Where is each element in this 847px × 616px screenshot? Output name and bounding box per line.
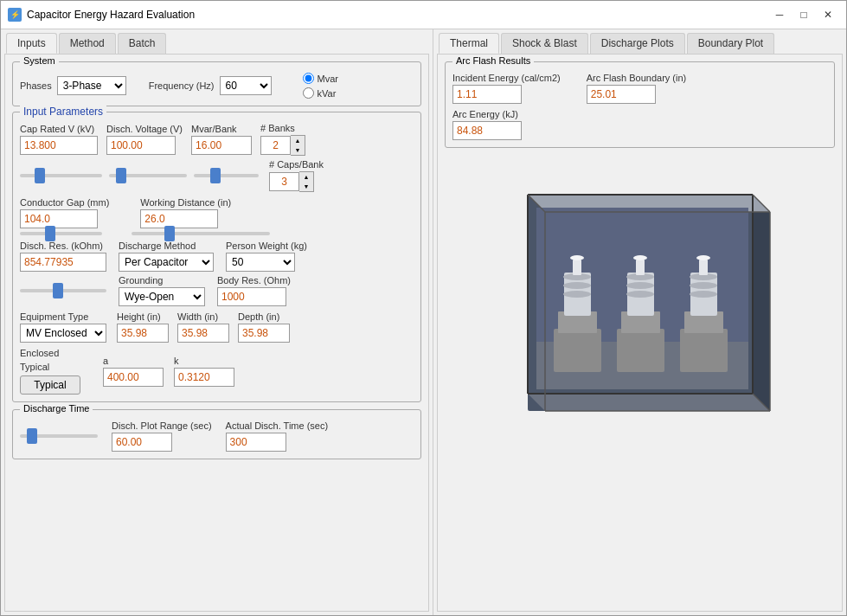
k-val-col: k (174, 356, 234, 387)
depth-input[interactable] (238, 324, 290, 343)
mvar-slider[interactable] (194, 174, 259, 177)
cap-rated-input[interactable] (20, 136, 98, 155)
cap2-base (617, 329, 664, 372)
phases-label: Phases (20, 80, 52, 91)
arc-flash-results-label: Arc Flash Results (452, 55, 534, 66)
depth-label: Depth (in) (238, 311, 290, 322)
right-tab-content: Arc Flash Results Incident Energy (cal/c… (437, 54, 843, 612)
conductor-gap-slider[interactable] (20, 232, 102, 235)
right-tab-bar: Thermal Shock & Blast Discharge Plots Bo… (433, 29, 846, 54)
cap1-base (554, 329, 601, 372)
right-wall (753, 195, 770, 411)
params-row3b: Grounding Wye-Open Wye-Grounded Delta Bo… (20, 275, 414, 306)
height-input[interactable] (117, 324, 169, 343)
content-area: Inputs Method Batch System Phases 3-Phas… (1, 29, 846, 615)
tab-discharge-plots[interactable]: Discharge Plots (590, 33, 685, 54)
disch-res-col: Disch. Res. (kOhm) (20, 241, 106, 272)
mvar-per-bank-input[interactable] (191, 136, 252, 155)
disch-res-input[interactable] (20, 253, 106, 272)
tab-inputs[interactable]: Inputs (6, 33, 57, 54)
a-val-input[interactable] (103, 368, 164, 387)
arc-energy-label: Arc Energy (kJ) (452, 109, 522, 119)
cap1-disc1 (563, 291, 591, 298)
tab-shock-blast[interactable]: Shock & Blast (501, 33, 588, 54)
title-bar-controls: ─ □ ✕ (768, 6, 839, 23)
person-weight-select[interactable]: 50 60 70 (226, 253, 295, 272)
close-button[interactable]: ✕ (817, 6, 839, 23)
frequency-select[interactable]: 60 50 (220, 76, 272, 95)
radio-kvar-input[interactable] (303, 87, 314, 99)
typical-button[interactable]: Typical (20, 375, 80, 395)
num-banks-spin-btns: ▲ ▼ (291, 135, 305, 156)
typical-col: Enclosed Typical Typical (20, 348, 80, 395)
num-banks-up[interactable]: ▲ (291, 136, 305, 145)
disch-plot-range-col: Disch. Plot Range (sec) (112, 420, 212, 452)
num-banks-input[interactable] (260, 136, 291, 155)
maximize-button[interactable]: □ (792, 6, 815, 23)
num-caps-label: # Caps/Bank (269, 159, 324, 170)
left-tab-content: System Phases 3-Phase 1-Phase Freq (4, 54, 429, 612)
disch-voltage-slider[interactable] (109, 174, 187, 177)
unit-radio-group: Mvar kVar (303, 73, 338, 99)
working-dist-slider[interactable] (132, 232, 270, 235)
width-label: Width (in) (177, 311, 229, 322)
title-bar-left: ⚡ Capacitor Energy Hazard Evaluation (8, 8, 195, 22)
cap-rated-slider[interactable] (20, 174, 102, 177)
enclosed-label: Enclosed (20, 348, 59, 358)
num-caps-up[interactable]: ▲ (299, 172, 313, 182)
cap2-top-conn (636, 260, 645, 275)
phases-select[interactable]: 3-Phase 1-Phase (57, 76, 126, 95)
mvar-per-bank-col: Mvar/Bank (191, 124, 252, 155)
equipment-type-label: Equipment Type (20, 311, 106, 322)
person-weight-label: Person Weight (kg) (226, 241, 307, 251)
actual-disch-time-input[interactable] (226, 433, 286, 452)
a-val-label: a (103, 356, 164, 366)
cap3-top-head (696, 255, 710, 260)
working-dist-col: Working Distance (in) (140, 197, 231, 228)
num-caps-input[interactable] (269, 172, 299, 191)
disch-voltage-input[interactable] (106, 136, 176, 155)
params-row2: Conductor Gap (mm) Working Distance (in) (20, 197, 414, 228)
radio-mvar-input[interactable] (303, 73, 314, 84)
params-row5: Enclosed Typical Typical a k (20, 348, 414, 395)
minimize-button[interactable]: ─ (768, 6, 791, 23)
system-group-label: System (20, 55, 59, 66)
discharge-method-label: Discharge Method (119, 241, 214, 251)
discharge-time-slider[interactable] (20, 434, 98, 438)
incident-energy-field (452, 85, 522, 104)
cap2-disc2 (626, 282, 654, 289)
tab-batch[interactable]: Batch (118, 33, 167, 54)
num-caps-col: # Caps/Bank ▲ ▼ (269, 159, 324, 192)
discharge-method-select[interactable]: Per Capacitor Per Bank Total (119, 253, 214, 272)
equipment-type-select[interactable]: MV Enclosed LV Enclosed Open Air (20, 324, 106, 343)
params-row1: Cap Rated V (kV) Disch. Voltage (V) Mvar… (20, 123, 414, 156)
width-input[interactable] (177, 324, 229, 343)
cap2-top-head (633, 255, 647, 260)
incident-energy-label: Incident Energy (cal/cm2) (452, 73, 561, 83)
incident-energy-col: Incident Energy (cal/cm2) (452, 73, 561, 104)
arc-boundary-field (587, 85, 656, 104)
mvar-per-bank-label: Mvar/Bank (191, 124, 252, 134)
radio-kvar: kVar (303, 87, 338, 99)
disch-res-label: Disch. Res. (kOhm) (20, 241, 106, 251)
disch-res-slider[interactable] (20, 289, 106, 292)
body-res-input[interactable] (217, 287, 286, 306)
frequency-label: Frequency (Hz) (149, 80, 215, 91)
k-val-label: k (174, 356, 234, 366)
grounding-select[interactable]: Wye-Open Wye-Grounded Delta (119, 287, 205, 306)
disch-plot-range-label: Disch. Plot Range (sec) (112, 420, 212, 431)
radio-kvar-label: kVar (318, 88, 337, 99)
actual-disch-time-label: Actual Disch. Time (sec) (226, 420, 329, 431)
disch-plot-range-input[interactable] (112, 433, 172, 452)
tab-thermal[interactable]: Thermal (439, 33, 499, 54)
capacitor-3d-svg (493, 160, 787, 454)
num-caps-down[interactable]: ▼ (299, 182, 313, 191)
k-val-input[interactable] (174, 368, 234, 387)
main-window: ⚡ Capacitor Energy Hazard Evaluation ─ □… (0, 0, 847, 616)
tab-boundary-plot[interactable]: Boundary Plot (687, 33, 774, 54)
cap3-top-conn (699, 260, 708, 275)
num-banks-down[interactable]: ▼ (291, 145, 305, 155)
body-res-label: Body Res. (Ohm) (217, 275, 291, 286)
cap3-disc1 (690, 291, 717, 298)
tab-method[interactable]: Method (59, 33, 116, 54)
